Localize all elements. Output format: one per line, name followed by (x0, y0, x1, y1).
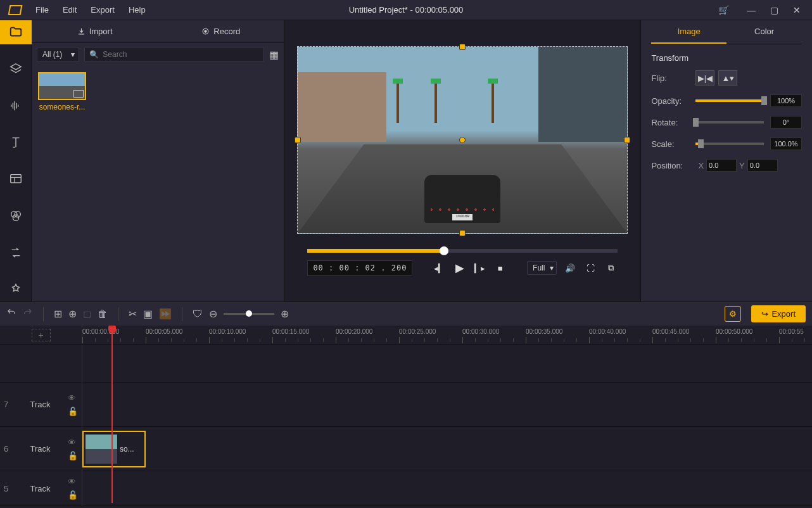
undo-button[interactable] (6, 309, 16, 319)
media-item[interactable]: someones-r... (38, 72, 86, 111)
handle-left[interactable] (295, 137, 301, 143)
rail-stickers-icon[interactable] (0, 277, 32, 302)
track-label: Track (15, 400, 65, 409)
zoom-in-button[interactable]: ⊕ (281, 308, 289, 320)
delete-button[interactable]: 🗑 (98, 308, 108, 320)
menu-file[interactable]: File (29, 3, 55, 17)
tab-record[interactable]: Record (158, 20, 284, 42)
track-header: 5 Track 👁🔓 (0, 471, 82, 506)
media-item-name: someones-r... (38, 103, 86, 111)
ruler-tick: 00:00:50.000 (716, 328, 752, 335)
track-label: Track (15, 444, 65, 454)
next-frame-button[interactable]: ▎▸ (473, 261, 487, 275)
track-number: 6 (4, 444, 13, 454)
rail-transitions-icon[interactable] (0, 241, 32, 265)
import-label: Import (89, 27, 113, 36)
marker-button[interactable]: 🛡 (193, 308, 203, 320)
svg-point-3 (13, 215, 18, 220)
rotate-slider[interactable] (695, 121, 764, 124)
eye-icon[interactable]: 👁 (68, 393, 78, 403)
track-label: Track (15, 484, 65, 493)
timeline-clip[interactable]: so... (82, 431, 146, 467)
handle-center[interactable] (459, 137, 466, 143)
lock-icon[interactable]: 🔓 (68, 407, 78, 416)
gear-icon: ⚙ (729, 309, 737, 319)
lock-icon[interactable]: 🔓 (68, 490, 78, 500)
rail-templates-icon[interactable] (0, 167, 32, 191)
media-filter-dropdown[interactable]: All (1) (37, 47, 79, 62)
record-label: Record (213, 27, 240, 36)
position-x-label: X (698, 161, 704, 170)
menu-edit[interactable]: Edit (56, 3, 83, 17)
volume-icon[interactable]: 🔊 (563, 261, 577, 275)
add-track-button[interactable]: + (32, 329, 51, 341)
grid-view-icon[interactable]: ▦ (269, 49, 279, 61)
lock-icon[interactable]: 🔓 (68, 451, 78, 460)
ruler-tick: 00:00:05.000 (146, 328, 182, 335)
tab-import[interactable]: Import (32, 20, 158, 42)
export-label: Export (771, 309, 796, 319)
minimize-button[interactable]: — (741, 3, 761, 18)
scale-label: Scale: (651, 139, 695, 149)
timeline-lane[interactable] (82, 383, 812, 427)
zoom-slider[interactable] (224, 313, 274, 315)
eye-icon[interactable]: 👁 (68, 477, 78, 486)
track-number: 7 (4, 400, 13, 409)
rotate-value[interactable]: 0° (770, 116, 802, 129)
detach-icon[interactable]: ⧉ (604, 261, 618, 275)
menu-help[interactable]: Help (122, 3, 152, 17)
rail-audio-icon[interactable] (0, 94, 32, 118)
menu-export[interactable]: Export (84, 3, 121, 17)
maximize-button[interactable]: ▢ (764, 3, 784, 18)
handle-bottom[interactable] (459, 230, 466, 236)
export-icon: ↪ (761, 309, 768, 319)
eye-icon[interactable]: 👁 (68, 438, 78, 447)
search-input[interactable] (84, 47, 264, 62)
prev-frame-button[interactable]: ◂▎ (433, 261, 447, 275)
handle-top[interactable] (459, 44, 466, 50)
flip-horizontal-button[interactable]: ▶|◀ (695, 70, 714, 86)
track-number: 5 (4, 484, 13, 493)
svg-rect-0 (10, 175, 21, 183)
preview-playbar[interactable] (307, 249, 618, 253)
rail-text-icon[interactable] (0, 130, 32, 155)
opacity-value[interactable]: 100% (770, 94, 802, 107)
rail-layers-icon[interactable] (0, 57, 32, 81)
ruler-tick: 00:00:10.000 (209, 328, 246, 335)
handle-right[interactable] (624, 137, 630, 143)
playhead-line[interactable] (111, 326, 113, 503)
track-header: 6 Track 👁🔓 (0, 427, 82, 471)
snapshot-icon[interactable]: ⛶ (583, 261, 597, 275)
play-button[interactable]: ▶ (453, 261, 467, 275)
timeline-lane[interactable] (82, 345, 812, 383)
cut-button[interactable]: ✂ (129, 308, 137, 320)
timeline-lane[interactable] (82, 471, 812, 506)
preview-canvas[interactable]: 1N3169 (297, 46, 628, 234)
speed-button: ⏩ (159, 308, 172, 320)
zoom-out-button[interactable]: ⊖ (209, 308, 217, 320)
scale-value[interactable]: 100.0% (770, 137, 802, 150)
rail-media-icon[interactable] (0, 20, 32, 44)
cart-icon[interactable]: 🛒 (713, 3, 733, 18)
rail-effects-icon[interactable] (0, 204, 32, 228)
add-clip-button[interactable]: ⊞ (54, 308, 62, 320)
crop-button[interactable]: ▣ (143, 308, 153, 320)
ruler-tick: 00:00:30.000 (462, 328, 499, 335)
export-settings-button[interactable]: ⚙ (725, 306, 741, 322)
timeline-ruler[interactable]: 00:00:00.00000:00:05.00000:00:10.00000:0… (82, 326, 812, 344)
fit-dropdown[interactable]: Full (527, 261, 557, 275)
timeline-lane[interactable]: so... (82, 427, 812, 471)
opacity-slider[interactable] (695, 99, 764, 102)
position-label: Position: (651, 161, 695, 170)
flip-vertical-button[interactable]: ▲▾ (718, 70, 737, 86)
position-x-input[interactable] (706, 159, 737, 172)
tab-image[interactable]: Image (651, 20, 726, 44)
tab-color[interactable]: Color (726, 20, 802, 44)
position-y-input[interactable] (747, 159, 778, 172)
export-button[interactable]: ↪Export (751, 305, 806, 322)
stop-button[interactable]: ■ (493, 261, 507, 275)
add-overlay-button[interactable]: ⊕ (68, 308, 77, 320)
scale-slider[interactable] (695, 143, 764, 145)
ruler-tick: 00:00:55 (779, 328, 804, 335)
close-button[interactable]: ✕ (787, 3, 807, 18)
